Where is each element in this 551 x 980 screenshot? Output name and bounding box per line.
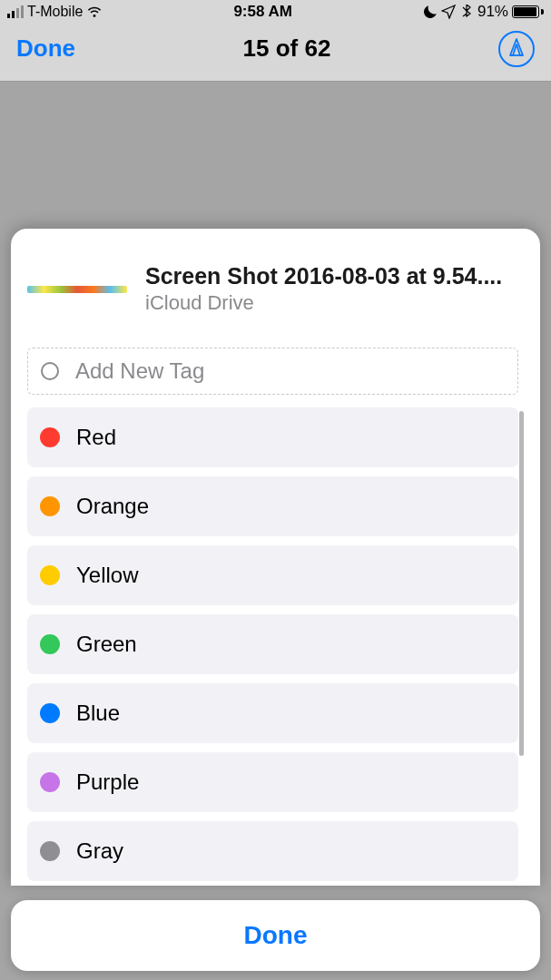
tag-scroll[interactable]: Add New Tag Red Orange Yellow [27, 348, 524, 886]
tag-label: Green [76, 632, 137, 657]
nav-done-button[interactable]: Done [16, 34, 75, 63]
tag-row-purple[interactable]: Purple [27, 752, 518, 812]
tag-row-orange[interactable]: Orange [27, 476, 518, 536]
battery-fill [514, 7, 536, 16]
status-left: T-Mobile [7, 4, 103, 20]
wifi-icon [86, 5, 103, 18]
markup-button[interactable] [498, 31, 535, 67]
done-button[interactable]: Done [244, 921, 308, 950]
screen: T-Mobile 9:58 AM 91% Done 15 of 6 [0, 0, 551, 980]
tag-label: Red [76, 425, 116, 450]
status-bar: T-Mobile 9:58 AM 91% [0, 0, 551, 24]
tag-label: Blue [76, 701, 120, 726]
add-new-tag-label: Add New Tag [75, 358, 204, 384]
scroll-indicator[interactable] [519, 411, 524, 756]
markup-pen-icon [507, 37, 526, 61]
add-new-tag-field[interactable]: Add New Tag [27, 348, 518, 395]
tag-row-yellow[interactable]: Yellow [27, 545, 518, 605]
empty-tag-icon [41, 362, 59, 380]
tag-row-red[interactable]: Red [27, 407, 518, 467]
tag-label: Orange [76, 494, 149, 519]
bottom-bar: Done [11, 900, 540, 971]
status-time: 9:58 AM [233, 3, 292, 21]
tag-dot-gray [40, 841, 60, 861]
tag-row-green[interactable]: Green [27, 614, 518, 674]
tag-label: Gray [76, 838, 123, 864]
tag-dot-yellow [40, 565, 60, 585]
tag-dot-purple [40, 772, 60, 792]
nav-bar: Done 15 of 62 [0, 24, 551, 82]
battery-percent: 91% [477, 3, 508, 21]
bluetooth-icon [459, 5, 474, 19]
tag-dot-orange [40, 496, 60, 516]
tag-sheet: Screen Shot 2016-08-03 at 9.54.... iClou… [11, 229, 540, 886]
location-icon [441, 5, 456, 19]
tag-row-gray[interactable]: Gray [27, 821, 518, 881]
file-location: iCloud Drive [145, 291, 524, 315]
tag-dot-red [40, 427, 60, 447]
file-thumbnail [27, 265, 127, 314]
file-name: Screen Shot 2016-08-03 at 9.54.... [145, 263, 524, 289]
file-header: Screen Shot 2016-08-03 at 9.54.... iClou… [27, 263, 524, 315]
do-not-disturb-icon [423, 5, 438, 19]
carrier-label: T-Mobile [27, 4, 83, 20]
tag-list-container: Add New Tag Red Orange Yellow [27, 348, 524, 886]
tag-row-blue[interactable]: Blue [27, 683, 518, 743]
tag-dot-blue [40, 703, 60, 723]
tag-label: Yellow [76, 563, 139, 588]
battery-icon [512, 5, 544, 18]
tag-dot-green [40, 634, 60, 654]
status-right: 91% [423, 3, 544, 21]
tag-label: Purple [76, 769, 139, 795]
cell-signal-icon [7, 5, 24, 18]
nav-title: 15 of 62 [243, 34, 331, 63]
